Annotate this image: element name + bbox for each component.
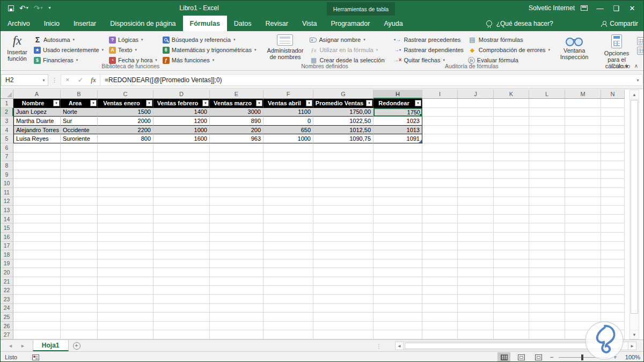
empty-cell[interactable] [98, 268, 153, 277]
table-cell[interactable]: 963 [210, 134, 264, 143]
empty-cell[interactable] [458, 188, 494, 197]
table-cell[interactable]: 0 [264, 117, 313, 126]
empty-cell[interactable] [601, 108, 625, 117]
empty-cell[interactable] [61, 304, 98, 313]
empty-cell[interactable] [153, 223, 210, 233]
empty-cell[interactable] [313, 215, 374, 224]
empty-cell[interactable] [601, 304, 625, 313]
empty-cell[interactable] [458, 277, 494, 286]
empty-cell[interactable] [458, 197, 494, 206]
empty-cell[interactable] [422, 233, 458, 242]
empty-cell[interactable] [153, 242, 210, 251]
empty-cell[interactable] [13, 250, 61, 259]
empty-cell[interactable] [13, 268, 61, 277]
row-header-27[interactable]: 27 [1, 330, 13, 339]
empty-cell[interactable] [13, 286, 61, 295]
column-header-J[interactable]: J [458, 90, 494, 99]
empty-cell[interactable] [422, 242, 458, 251]
row-header-4[interactable]: 4 [1, 126, 13, 135]
table-cell[interactable]: 2200 [98, 126, 153, 135]
empty-cell[interactable] [422, 170, 458, 179]
empty-cell[interactable] [98, 143, 153, 153]
empty-cell[interactable] [494, 330, 529, 339]
column-header-N[interactable]: N [601, 90, 625, 99]
empty-cell[interactable] [601, 170, 625, 179]
empty-cell[interactable] [601, 322, 625, 331]
empty-cell[interactable] [494, 223, 529, 233]
table-cell[interactable]: 890 [210, 117, 264, 126]
empty-cell[interactable] [313, 179, 374, 188]
column-header-M[interactable]: M [565, 90, 601, 99]
undo-button[interactable]: ↶▾ [19, 4, 28, 12]
tab-formulas[interactable]: Fórmulas [183, 16, 227, 31]
empty-cell[interactable] [61, 215, 98, 224]
empty-cell[interactable] [98, 188, 153, 197]
empty-cell[interactable] [529, 161, 565, 170]
column-header-L[interactable]: L [529, 90, 565, 99]
empty-cell[interactable] [422, 188, 458, 197]
table-cell[interactable]: Martha Duarte [13, 117, 61, 126]
empty-cell[interactable] [565, 330, 601, 339]
empty-cell[interactable] [13, 223, 61, 233]
empty-cell[interactable] [565, 179, 601, 188]
empty-cell[interactable] [153, 259, 210, 269]
empty-cell[interactable] [422, 206, 458, 215]
empty-cell[interactable] [61, 322, 98, 331]
empty-cell[interactable] [98, 170, 153, 179]
empty-cell[interactable] [458, 161, 494, 170]
empty-cell[interactable] [422, 117, 458, 126]
empty-cell[interactable] [13, 188, 61, 197]
empty-cell[interactable] [601, 295, 625, 304]
table-cell[interactable]: Suroriente [61, 134, 98, 143]
empty-cell[interactable] [98, 277, 153, 286]
empty-cell[interactable] [458, 215, 494, 224]
empty-cell[interactable] [494, 179, 529, 188]
table-cell[interactable]: 1000 [153, 126, 210, 135]
empty-cell[interactable] [374, 330, 422, 339]
table-cell[interactable]: 3000 [210, 108, 264, 117]
empty-cell[interactable] [565, 206, 601, 215]
empty-cell[interactable] [529, 188, 565, 197]
empty-cell[interactable] [494, 197, 529, 206]
empty-cell[interactable] [264, 170, 313, 179]
empty-cell[interactable] [153, 179, 210, 188]
empty-cell[interactable] [422, 99, 458, 108]
empty-cell[interactable] [422, 197, 458, 206]
empty-cell[interactable] [153, 170, 210, 179]
row-header-10[interactable]: 10 [1, 179, 13, 188]
empty-cell[interactable] [458, 313, 494, 322]
empty-cell[interactable] [565, 153, 601, 162]
empty-cell[interactable] [210, 259, 264, 269]
empty-cell[interactable] [601, 330, 625, 339]
empty-cell[interactable] [61, 250, 98, 259]
empty-cell[interactable] [601, 215, 625, 224]
empty-cell[interactable] [529, 197, 565, 206]
empty-cell[interactable] [529, 242, 565, 251]
empty-cell[interactable] [422, 322, 458, 331]
tab-datos[interactable]: Datos [227, 16, 259, 31]
empty-cell[interactable] [422, 215, 458, 224]
view-page-break-button[interactable] [532, 352, 545, 362]
empty-cell[interactable] [61, 268, 98, 277]
filter-icon[interactable]: ▼ [366, 100, 372, 106]
empty-cell[interactable] [153, 197, 210, 206]
empty-cell[interactable] [374, 304, 422, 313]
empty-cell[interactable] [458, 206, 494, 215]
macro-record-icon[interactable] [32, 354, 39, 360]
empty-cell[interactable] [601, 277, 625, 286]
selected-cell-H2[interactable]: 1750 [374, 108, 422, 117]
empty-cell[interactable] [98, 179, 153, 188]
view-normal-button[interactable] [497, 352, 510, 362]
empty-cell[interactable] [529, 250, 565, 259]
empty-cell[interactable] [565, 134, 601, 143]
empty-cell[interactable] [210, 242, 264, 251]
empty-cell[interactable] [565, 143, 601, 153]
empty-cell[interactable] [565, 295, 601, 304]
customize-quick-access-button[interactable]: ▾ [48, 6, 51, 10]
empty-cell[interactable] [13, 277, 61, 286]
empty-cell[interactable] [313, 295, 374, 304]
empty-cell[interactable] [264, 304, 313, 313]
empty-cell[interactable] [210, 179, 264, 188]
empty-cell[interactable] [494, 188, 529, 197]
empty-cell[interactable] [601, 99, 625, 108]
